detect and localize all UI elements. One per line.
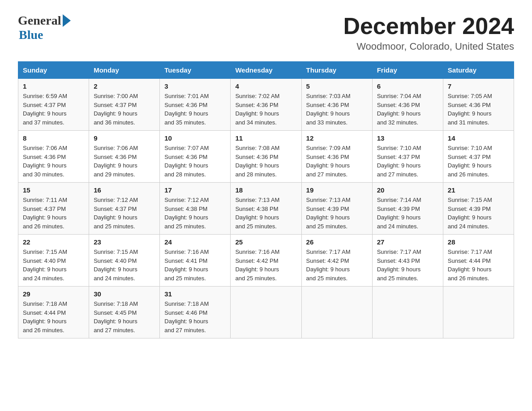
day-info: Sunrise: 6:59 AMSunset: 4:37 PMDaylight:… (23, 93, 67, 126)
header-cell-sunday: Sunday (18, 62, 89, 79)
day-cell: 20 Sunrise: 7:14 AMSunset: 4:39 PMDaylig… (372, 183, 443, 235)
day-number: 6 (377, 82, 438, 90)
day-cell: 16 Sunrise: 7:12 AMSunset: 4:37 PMDaylig… (89, 183, 160, 235)
day-info: Sunrise: 7:18 AMSunset: 4:45 PMDaylight:… (94, 300, 138, 334)
day-info: Sunrise: 7:17 AMSunset: 4:42 PMDaylight:… (306, 248, 351, 282)
day-cell: 7 Sunrise: 7:05 AMSunset: 4:36 PMDayligh… (443, 79, 514, 131)
day-number: 20 (377, 186, 438, 194)
day-info: Sunrise: 7:10 AMSunset: 4:37 PMDaylight:… (377, 145, 421, 178)
day-number: 8 (23, 134, 84, 142)
day-number: 17 (164, 186, 226, 194)
day-number: 21 (448, 186, 509, 194)
header-row: SundayMondayTuesdayWednesdayThursdayFrid… (18, 62, 514, 79)
day-cell: 13 Sunrise: 7:10 AMSunset: 4:37 PMDaylig… (372, 131, 443, 183)
calendar-header: SundayMondayTuesdayWednesdayThursdayFrid… (18, 62, 514, 79)
day-cell: 29 Sunrise: 7:18 AMSunset: 4:44 PMDaylig… (18, 287, 89, 338)
day-info: Sunrise: 7:15 AMSunset: 4:40 PMDaylight:… (23, 248, 67, 282)
week-row-5: 29 Sunrise: 7:18 AMSunset: 4:44 PMDaylig… (18, 287, 514, 338)
day-cell: 9 Sunrise: 7:06 AMSunset: 4:36 PMDayligh… (89, 131, 160, 183)
day-number: 28 (448, 238, 509, 246)
day-info: Sunrise: 7:13 AMSunset: 4:38 PMDaylight:… (235, 197, 279, 230)
calendar-table: SundayMondayTuesdayWednesdayThursdayFrid… (18, 61, 514, 338)
calendar-body: 1 Sunrise: 6:59 AMSunset: 4:37 PMDayligh… (18, 79, 514, 338)
day-info: Sunrise: 7:18 AMSunset: 4:44 PMDaylight:… (23, 300, 67, 334)
day-number: 29 (23, 290, 84, 298)
day-number: 31 (164, 290, 226, 298)
day-cell: 24 Sunrise: 7:16 AMSunset: 4:41 PMDaylig… (160, 235, 231, 287)
day-info: Sunrise: 7:07 AMSunset: 4:36 PMDaylight:… (164, 145, 209, 178)
day-cell: 14 Sunrise: 7:10 AMSunset: 4:37 PMDaylig… (443, 131, 514, 183)
day-info: Sunrise: 7:06 AMSunset: 4:36 PMDaylight:… (23, 145, 67, 178)
day-info: Sunrise: 7:05 AMSunset: 4:36 PMDaylight:… (448, 93, 492, 126)
day-info: Sunrise: 7:15 AMSunset: 4:40 PMDaylight:… (94, 248, 138, 282)
day-number: 10 (164, 134, 226, 142)
day-info: Sunrise: 7:08 AMSunset: 4:36 PMDaylight:… (235, 145, 279, 178)
day-number: 9 (94, 134, 155, 142)
day-number: 27 (377, 238, 438, 246)
day-info: Sunrise: 7:14 AMSunset: 4:39 PMDaylight:… (377, 197, 421, 230)
day-info: Sunrise: 7:17 AMSunset: 4:44 PMDaylight:… (448, 248, 492, 282)
day-cell: 12 Sunrise: 7:09 AMSunset: 4:36 PMDaylig… (301, 131, 372, 183)
day-number: 11 (235, 134, 296, 142)
day-number: 5 (306, 82, 368, 90)
title-block: December 2024 Woodmoor, Colorado, United… (343, 13, 514, 52)
day-info: Sunrise: 7:09 AMSunset: 4:36 PMDaylight:… (306, 145, 351, 178)
day-cell: 27 Sunrise: 7:17 AMSunset: 4:43 PMDaylig… (372, 235, 443, 287)
day-cell: 23 Sunrise: 7:15 AMSunset: 4:40 PMDaylig… (89, 235, 160, 287)
day-cell: 22 Sunrise: 7:15 AMSunset: 4:40 PMDaylig… (18, 235, 89, 287)
day-cell: 10 Sunrise: 7:07 AMSunset: 4:36 PMDaylig… (160, 131, 231, 183)
day-cell: 15 Sunrise: 7:11 AMSunset: 4:37 PMDaylig… (18, 183, 89, 235)
day-info: Sunrise: 7:01 AMSunset: 4:36 PMDaylight:… (164, 93, 209, 126)
day-number: 23 (94, 238, 155, 246)
header-cell-monday: Monday (89, 62, 160, 79)
day-number: 22 (23, 238, 84, 246)
subtitle: Woodmoor, Colorado, United States (343, 41, 514, 52)
week-row-1: 1 Sunrise: 6:59 AMSunset: 4:37 PMDayligh… (18, 79, 514, 131)
day-number: 14 (448, 134, 509, 142)
day-cell (443, 287, 514, 338)
day-number: 19 (306, 186, 368, 194)
day-info: Sunrise: 7:04 AMSunset: 4:36 PMDaylight:… (377, 93, 421, 126)
day-cell (301, 287, 372, 338)
week-row-3: 15 Sunrise: 7:11 AMSunset: 4:37 PMDaylig… (18, 183, 514, 235)
page-header: General Blue December 2024 Woodmoor, Col… (18, 13, 514, 52)
day-cell: 31 Sunrise: 7:18 AMSunset: 4:46 PMDaylig… (160, 287, 231, 338)
day-info: Sunrise: 7:16 AMSunset: 4:42 PMDaylight:… (235, 248, 279, 282)
day-number: 25 (235, 238, 296, 246)
day-cell: 3 Sunrise: 7:01 AMSunset: 4:36 PMDayligh… (160, 79, 231, 131)
day-cell: 2 Sunrise: 7:00 AMSunset: 4:37 PMDayligh… (89, 79, 160, 131)
logo-blue-text: Blue (19, 28, 43, 42)
day-number: 1 (23, 82, 84, 90)
day-number: 12 (306, 134, 368, 142)
day-cell (231, 287, 301, 338)
day-number: 15 (23, 186, 84, 194)
day-cell: 25 Sunrise: 7:16 AMSunset: 4:42 PMDaylig… (231, 235, 301, 287)
logo-arrow-icon (63, 14, 71, 27)
day-info: Sunrise: 7:06 AMSunset: 4:36 PMDaylight:… (94, 145, 138, 178)
week-row-2: 8 Sunrise: 7:06 AMSunset: 4:36 PMDayligh… (18, 131, 514, 183)
day-info: Sunrise: 7:02 AMSunset: 4:36 PMDaylight:… (235, 93, 279, 126)
day-cell: 5 Sunrise: 7:03 AMSunset: 4:36 PMDayligh… (301, 79, 372, 131)
day-info: Sunrise: 7:18 AMSunset: 4:46 PMDaylight:… (164, 300, 209, 334)
logo: General Blue (18, 13, 71, 42)
day-number: 18 (235, 186, 296, 194)
day-info: Sunrise: 7:11 AMSunset: 4:37 PMDaylight:… (23, 197, 67, 230)
day-number: 7 (448, 82, 509, 90)
logo-general-text: General (18, 13, 61, 28)
day-number: 16 (94, 186, 155, 194)
day-cell: 30 Sunrise: 7:18 AMSunset: 4:45 PMDaylig… (89, 287, 160, 338)
day-number: 4 (235, 82, 296, 90)
header-cell-tuesday: Tuesday (160, 62, 231, 79)
day-cell: 17 Sunrise: 7:12 AMSunset: 4:38 PMDaylig… (160, 183, 231, 235)
day-cell: 28 Sunrise: 7:17 AMSunset: 4:44 PMDaylig… (443, 235, 514, 287)
header-cell-thursday: Thursday (301, 62, 372, 79)
day-info: Sunrise: 7:13 AMSunset: 4:39 PMDaylight:… (306, 197, 351, 230)
day-cell: 1 Sunrise: 6:59 AMSunset: 4:37 PMDayligh… (18, 79, 89, 131)
header-cell-friday: Friday (372, 62, 443, 79)
day-number: 30 (94, 290, 155, 298)
day-cell: 21 Sunrise: 7:15 AMSunset: 4:39 PMDaylig… (443, 183, 514, 235)
day-number: 3 (164, 82, 226, 90)
day-info: Sunrise: 7:17 AMSunset: 4:43 PMDaylight:… (377, 248, 421, 282)
day-info: Sunrise: 7:03 AMSunset: 4:36 PMDaylight:… (306, 93, 351, 126)
day-cell: 6 Sunrise: 7:04 AMSunset: 4:36 PMDayligh… (372, 79, 443, 131)
